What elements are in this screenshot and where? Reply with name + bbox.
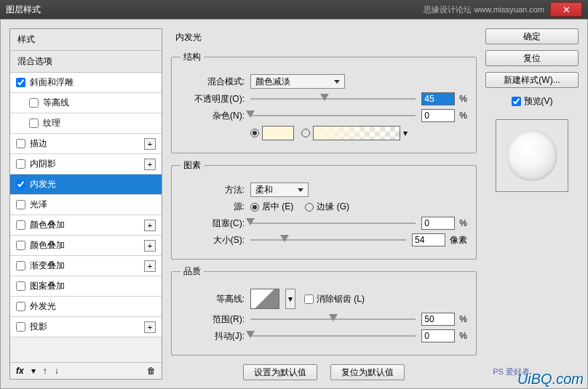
structure-group: 结构 混合模式: 颜色减淡 不透明度(O): 45 % 杂色(N): 0 % (171, 51, 477, 153)
style-checkbox[interactable] (29, 119, 39, 128)
panel-title: 内发光 (175, 31, 477, 44)
style-label: 斜面和浮雕 (30, 76, 156, 89)
source-center-label[interactable]: 居中 (E) (262, 201, 293, 213)
style-item[interactable]: 渐变叠加+ (10, 256, 162, 276)
style-label: 纹理 (43, 117, 156, 129)
title-right: 思缘设计论坛 www.missyuan.com ✕ (424, 2, 582, 17)
gradient-radio[interactable] (301, 129, 310, 137)
reset-default-button[interactable]: 复位为默认值 (330, 364, 405, 380)
size-slider[interactable] (250, 233, 406, 246)
action-panel: 确定 复位 新建样式(W)... 预览(V) (485, 28, 579, 380)
style-label: 图案叠加 (30, 280, 156, 292)
style-checkbox[interactable] (16, 200, 25, 209)
new-style-button[interactable]: 新建样式(W)... (485, 72, 579, 88)
color-radio[interactable] (250, 129, 259, 137)
blend-mode-label: 混合模式: (180, 76, 250, 88)
ok-button[interactable]: 确定 (485, 28, 579, 44)
styles-header[interactable]: 样式 (10, 29, 162, 51)
style-label: 投影 (30, 321, 144, 333)
style-item[interactable]: 外发光 (10, 297, 162, 317)
style-label: 颜色叠加 (30, 239, 144, 252)
elements-legend: 图素 (180, 159, 204, 172)
fx-menu[interactable]: fx (16, 366, 24, 376)
blend-options-header[interactable]: 混合选项 (10, 51, 162, 73)
jitter-slider[interactable] (250, 329, 416, 342)
choke-input[interactable]: 0 (421, 217, 455, 230)
add-instance-icon[interactable]: + (144, 220, 156, 231)
add-instance-icon[interactable]: + (144, 260, 156, 272)
style-item[interactable]: 等高线 (10, 93, 162, 113)
opacity-slider[interactable] (250, 92, 416, 105)
style-item[interactable]: 内阴影+ (10, 154, 162, 175)
style-item[interactable]: 描边+ (10, 134, 162, 154)
cancel-button[interactable]: 复位 (485, 50, 579, 66)
jitter-input[interactable]: 0 (421, 329, 455, 342)
style-checkbox[interactable] (16, 139, 25, 148)
choke-label: 阻塞(C): (180, 217, 250, 230)
size-input[interactable]: 54 (412, 233, 445, 246)
style-item[interactable]: 颜色叠加+ (10, 236, 162, 256)
antialias-checkbox[interactable] (304, 294, 314, 304)
style-label: 描边 (30, 137, 144, 150)
source-edge-radio[interactable] (305, 203, 314, 212)
add-instance-icon[interactable]: + (144, 321, 156, 333)
style-checkbox[interactable] (16, 220, 25, 230)
choke-slider[interactable] (250, 217, 416, 230)
style-label: 内发光 (30, 178, 156, 191)
style-checkbox[interactable] (16, 241, 25, 250)
quality-group: 品质 等高线: ▾ 消除锯齿 (L) 范围(R): 50 % 抖动(J): 0 … (171, 265, 477, 356)
contour-dropdown[interactable]: ▾ (285, 289, 295, 309)
color-swatch[interactable] (262, 126, 294, 140)
source-center-radio[interactable] (250, 203, 259, 212)
close-button[interactable]: ✕ (550, 2, 582, 17)
style-item[interactable]: 图案叠加 (10, 276, 162, 297)
opacity-input[interactable]: 45 (421, 92, 455, 105)
gradient-swatch[interactable] (313, 126, 400, 140)
style-checkbox[interactable] (16, 322, 25, 332)
style-checkbox[interactable] (16, 281, 25, 291)
range-slider[interactable] (250, 313, 416, 326)
preview-checkbox[interactable] (512, 97, 521, 106)
style-item[interactable]: 颜色叠加+ (10, 215, 162, 236)
style-item[interactable]: 光泽 (10, 195, 162, 215)
trash-icon[interactable]: 🗑 (147, 366, 156, 376)
size-unit: 像素 (450, 234, 467, 246)
style-checkbox[interactable] (16, 180, 25, 189)
title-bar: 图层样式 思缘设计论坛 www.missyuan.com ✕ (0, 0, 588, 19)
chevron-down-icon[interactable]: ▾ (403, 128, 408, 138)
title-right-text: 思缘设计论坛 www.missyuan.com (424, 4, 544, 15)
style-checkbox[interactable] (16, 302, 25, 311)
noise-input[interactable]: 0 (421, 109, 455, 122)
window-title: 图层样式 (6, 4, 424, 16)
style-label: 光泽 (30, 198, 156, 211)
add-instance-icon[interactable]: + (144, 138, 156, 150)
add-instance-icon[interactable]: + (144, 240, 156, 252)
style-label: 等高线 (43, 97, 156, 109)
style-checkbox[interactable] (29, 98, 39, 108)
style-item[interactable]: 斜面和浮雕 (10, 73, 162, 93)
style-item[interactable]: 内发光 (10, 175, 162, 195)
make-default-button[interactable]: 设置为默认值 (243, 364, 317, 380)
style-checkbox[interactable] (16, 261, 25, 270)
source-edge-label[interactable]: 边缘 (G) (317, 201, 349, 213)
add-instance-icon[interactable]: + (144, 159, 156, 170)
antialias-label[interactable]: 消除锯齿 (L) (317, 293, 365, 305)
noise-slider[interactable] (250, 109, 416, 122)
preview-label[interactable]: 预览(V) (524, 95, 553, 108)
style-item[interactable]: 纹理 (10, 113, 162, 134)
move-down-icon[interactable]: ↓ (55, 366, 59, 376)
method-dropdown[interactable]: 柔和 (250, 183, 309, 197)
chevron-down-icon (334, 80, 340, 84)
style-item[interactable]: 投影+ (10, 317, 162, 337)
blend-mode-dropdown[interactable]: 颜色减淡 (250, 74, 345, 89)
size-label: 大小(S): (180, 234, 250, 246)
style-checkbox[interactable] (16, 159, 25, 169)
style-checkbox[interactable] (16, 78, 25, 87)
quality-legend: 品质 (180, 265, 204, 278)
range-input[interactable]: 50 (421, 313, 455, 326)
move-up-icon[interactable]: ↑ (43, 366, 47, 376)
contour-picker[interactable] (250, 289, 279, 309)
chevron-down-icon[interactable]: ▾ (31, 366, 36, 376)
noise-label: 杂色(N): (180, 110, 250, 122)
jitter-label: 抖动(J): (180, 330, 250, 342)
